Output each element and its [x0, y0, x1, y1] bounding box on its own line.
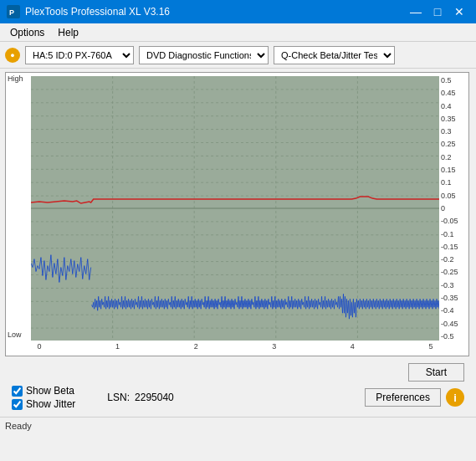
chart-y-right: 0.5 0.45 0.4 0.35 0.3 0.25 0.2 0.15 0.1 … [439, 76, 468, 341]
show-jitter-label[interactable]: Show Jitter [12, 398, 75, 410]
chart-container: High Low [5, 72, 469, 356]
svg-text:P: P [9, 8, 14, 17]
drive-icon: ● [5, 48, 20, 63]
bottom-panel: Start Show Beta Show Jitter LSN: 2295040 [5, 360, 471, 413]
status-text: Ready [5, 421, 32, 431]
function-select[interactable]: DVD Diagnostic Functions [139, 46, 269, 64]
test-select[interactable]: Q-Check Beta/Jitter Test [274, 46, 395, 64]
window-title: PlexTools Professional XL V3.16 [25, 6, 170, 18]
x-label-2: 2 [187, 342, 204, 356]
preferences-button[interactable]: Preferences [365, 388, 441, 407]
x-label-1: 1 [110, 342, 126, 356]
main-area: High Low [0, 69, 476, 417]
x-label-0: 0 [31, 342, 48, 356]
menu-options[interactable]: Options [3, 25, 51, 40]
lsn-label: LSN: [107, 392, 130, 403]
maximize-button[interactable]: □ [427, 3, 448, 20]
app-icon: P [7, 5, 20, 18]
info-button[interactable]: i [446, 388, 464, 407]
chart-svg [31, 76, 439, 341]
menu-help[interactable]: Help [51, 25, 85, 40]
window-controls: — □ ✕ [406, 3, 469, 20]
show-beta-checkbox[interactable] [12, 386, 23, 397]
chart-x-axis: 0 1 2 3 4 5 [31, 341, 439, 356]
controls-row: Show Beta Show Jitter LSN: 2295040 Prefe… [12, 385, 464, 410]
minimize-button[interactable]: — [406, 3, 426, 20]
y-label-low: Low [8, 330, 22, 339]
show-beta-label[interactable]: Show Beta [12, 385, 75, 397]
status-bar: Ready [0, 417, 476, 433]
y-label-high: High [8, 74, 23, 83]
lsn-section: LSN: 2295040 [107, 392, 173, 403]
lsn-value: 2295040 [135, 392, 174, 403]
drive-select[interactable]: HA:5 ID:0 PX-760A [25, 46, 134, 64]
menu-bar: Options Help [0, 23, 476, 42]
show-jitter-checkbox[interactable] [12, 399, 23, 410]
title-bar: P PlexTools Professional XL V3.16 — □ ✕ [0, 0, 476, 23]
x-label-5: 5 [422, 342, 439, 356]
x-label-3: 3 [266, 342, 283, 356]
chart-plot-area [31, 76, 439, 341]
x-label-4: 4 [344, 342, 361, 356]
start-button[interactable]: Start [408, 363, 464, 382]
close-button[interactable]: ✕ [449, 3, 469, 20]
toolbar: ● HA:5 ID:0 PX-760A DVD Diagnostic Funct… [0, 42, 476, 69]
